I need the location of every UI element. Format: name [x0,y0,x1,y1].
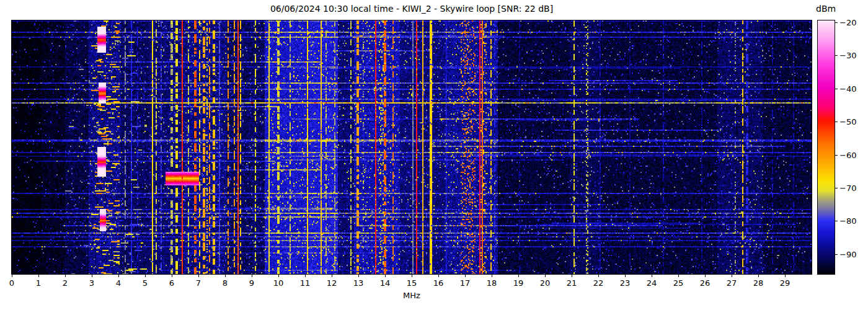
colorbar [817,20,835,275]
colorbar-tick-label: −90 [839,249,856,259]
x-tick-mark [678,275,679,277]
x-tick-mark [358,275,359,277]
colorbar-tick-mark [835,188,838,188]
x-tick-mark [65,275,66,277]
colorbar-tick-mark [835,221,838,221]
x-tick-mark [545,275,546,277]
colorbar-tick-label: −30 [839,51,856,60]
x-tick-label: 0 [9,278,14,288]
x-tick-mark [465,275,466,277]
x-tick-mark [12,275,12,277]
colorbar-tick-label: −60 [839,150,856,159]
colorbar-label: dBm [816,4,836,14]
x-tick-label: 16 [433,278,444,288]
x-tick-label: 20 [540,278,551,288]
colorbar-tick-mark [835,155,838,156]
x-tick-mark [572,275,572,277]
x-tick-label: 27 [727,278,737,288]
x-tick-label: 24 [647,278,657,288]
colorbar-tick-mark [835,22,838,23]
x-tick-label: 8 [223,278,228,288]
x-tick-label: 2 [63,278,68,288]
x-tick-mark [625,275,626,277]
waterfall-canvas [12,20,812,274]
x-tick-label: 28 [753,278,764,288]
colorbar-tick-mark [835,55,838,56]
x-tick-label: 5 [143,278,148,288]
colorbar-tick-mark [835,254,838,255]
x-tick-label: 22 [593,278,604,288]
x-tick-mark [118,275,119,277]
x-tick-label: 13 [353,278,364,288]
x-tick-mark [518,275,519,277]
x-tick-mark [492,275,492,277]
x-tick-mark [652,275,652,277]
colorbar-tick-label: −40 [839,84,856,93]
x-tick-mark [252,275,252,277]
x-tick-mark [385,275,386,277]
x-tick-mark [705,275,706,277]
x-tick-label: 1 [36,278,41,288]
colorbar-gradient [818,20,835,274]
plot-frame [11,20,812,275]
x-tick-mark [332,275,332,277]
x-tick-label: 17 [460,278,471,288]
x-tick-label: 26 [700,278,711,288]
x-tick-label: 18 [487,278,497,288]
colorbar-tick-label: −80 [839,216,856,226]
x-tick-label: 4 [116,278,121,288]
colorbar-tick-mark [835,89,838,89]
colorbar-tick-label: −20 [839,17,856,27]
x-tick-label: 3 [89,278,94,288]
x-tick-mark [732,275,732,277]
x-tick-label: 7 [196,278,201,288]
x-tick-mark [145,275,146,277]
colorbar-tick-mark [835,122,838,122]
chart-title: 06/06/2024 10:30 local time - KIWI_2 - S… [12,4,812,14]
x-tick-mark [438,275,439,277]
x-tick-mark [598,275,599,277]
x-tick-label: 12 [327,278,337,288]
x-tick-label: 25 [673,278,684,288]
x-tick-mark [278,275,279,277]
x-tick-mark [758,275,759,277]
x-tick-mark [172,275,172,277]
x-axis-label: MHz [12,291,812,300]
x-tick-label: 14 [380,278,391,288]
x-tick-label: 9 [249,278,254,288]
x-tick-mark [198,275,199,277]
colorbar-tick-label: −50 [839,117,856,126]
x-tick-mark [412,275,412,277]
x-tick-label: 11 [300,278,311,288]
x-tick-label: 10 [273,278,284,288]
x-tick-mark [92,275,92,277]
x-tick-label: 6 [169,278,174,288]
x-tick-mark [785,275,786,277]
x-tick-label: 15 [407,278,417,288]
x-tick-label: 23 [620,278,631,288]
x-tick-mark [38,275,39,277]
x-tick-label: 29 [780,278,790,288]
x-tick-mark [225,275,226,277]
colorbar-tick-label: −70 [839,183,856,192]
x-tick-label: 19 [513,278,524,288]
x-tick-mark [305,275,306,277]
x-tick-label: 21 [567,278,577,288]
